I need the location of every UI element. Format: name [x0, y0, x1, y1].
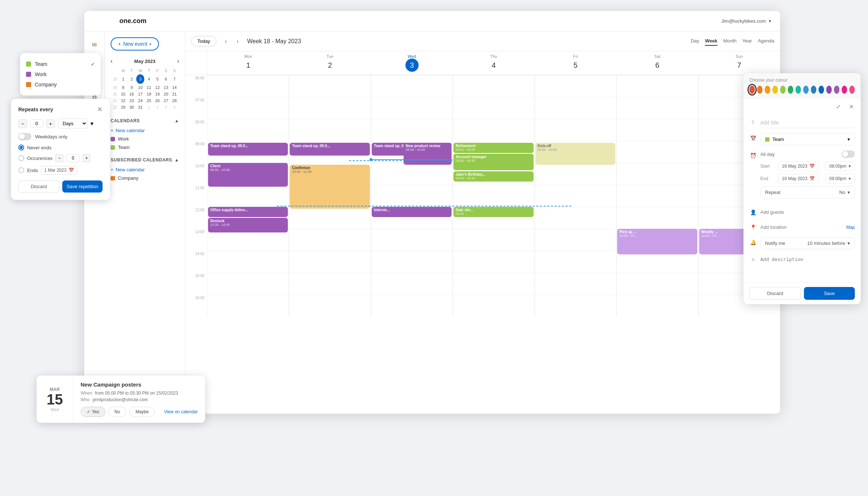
tab-week[interactable]: Week	[705, 37, 717, 46]
cal-day[interactable]: 13	[162, 85, 170, 90]
color-swatch-purple[interactable]	[834, 86, 839, 94]
cal-day[interactable]: 30	[128, 104, 136, 110]
never-ends-radio[interactable]	[18, 145, 24, 150]
tab-agenda[interactable]: Agenda	[758, 37, 774, 46]
event-refinement[interactable]: Refinement 09:00 - 09:30	[453, 143, 533, 153]
occurrences-input[interactable]	[66, 154, 79, 162]
event-new-product-review[interactable]: New product review 09:00 - 10:00	[404, 143, 452, 165]
color-swatch-yellow[interactable]	[772, 86, 778, 94]
mail-icon[interactable]: ✉	[89, 39, 100, 51]
form-discard-button[interactable]: Discard	[749, 287, 801, 300]
cal-day[interactable]: 31	[136, 104, 144, 110]
occurrences-radio[interactable]	[18, 155, 24, 161]
cal-day[interactable]: 8	[119, 85, 127, 90]
title-input[interactable]	[760, 118, 855, 128]
end-time-picker[interactable]: 09:00pm ▾	[825, 174, 855, 183]
cal-day[interactable]: 21	[171, 91, 178, 97]
color-swatch-darkpurple[interactable]	[826, 86, 832, 94]
day-header-sat[interactable]: Sat 6	[616, 51, 698, 75]
cal-day[interactable]: 24	[136, 98, 144, 104]
cal-day[interactable]: 12	[153, 85, 161, 90]
repeat-number-input[interactable]	[30, 119, 43, 128]
close-form-button[interactable]: ✕	[846, 101, 856, 112]
cal-day[interactable]: 4	[171, 104, 178, 110]
cal-day[interactable]: 2	[153, 104, 161, 110]
cal-day[interactable]: 16	[128, 91, 136, 97]
chevron-down-icon[interactable]: ▾	[769, 18, 771, 24]
event-team-standup-mon[interactable]: Team stand up, 09:0...	[208, 143, 288, 156]
event-confrence-tue[interactable]: Confrence 10:30 - 12:30	[290, 165, 370, 209]
cal-day[interactable]: 15	[119, 91, 127, 97]
event-dale-shr-thu[interactable]: Dale shr... 09:00	[453, 207, 533, 217]
cal-day[interactable]: 22	[119, 98, 127, 104]
cal-day[interactable]: 25	[145, 98, 153, 104]
ends-radio[interactable]	[18, 167, 24, 173]
next-month-button[interactable]: ›	[177, 58, 179, 64]
calendar-item-work[interactable]: Work	[111, 135, 179, 143]
new-event-button[interactable]: + New event +	[111, 37, 159, 51]
collapse-subscribed-icon[interactable]: ▲	[175, 157, 179, 163]
prev-month-button[interactable]: ‹	[111, 58, 112, 64]
event-jakes-birthday[interactable]: Jake's Birthday... 09:00 - 09:30	[453, 171, 533, 182]
cal-day[interactable]: 17	[136, 91, 144, 97]
cal-day[interactable]: 1	[119, 74, 127, 84]
cal-day[interactable]: 28	[171, 98, 178, 104]
cal-day[interactable]: 10	[136, 85, 144, 90]
cal-panel-item-team[interactable]: Team ✓	[26, 59, 95, 69]
event-interview-wed[interactable]: Intervie...	[372, 207, 452, 217]
color-swatch-teal[interactable]	[795, 86, 801, 94]
allday-toggle[interactable]	[842, 150, 855, 158]
maybe-button[interactable]: Maybe	[129, 407, 155, 417]
repeat-decrease-button[interactable]: −	[18, 119, 27, 128]
occur-decrease-button[interactable]: −	[55, 154, 63, 162]
cal-day[interactable]: 20	[162, 91, 170, 97]
next-week-button[interactable]: ›	[233, 36, 243, 46]
tab-month[interactable]: Month	[723, 37, 737, 46]
cal-day[interactable]: 23	[128, 98, 136, 104]
new-calendar-button[interactable]: + New calendar	[111, 126, 179, 135]
cal-day[interactable]: 1	[145, 104, 153, 110]
event-team-standup-tue[interactable]: Team stand up, 09:0...	[290, 143, 370, 156]
yes-button[interactable]: ✓ Yes	[81, 407, 105, 417]
cal-day[interactable]: 19	[153, 91, 161, 97]
cal-day[interactable]: 6	[162, 74, 170, 84]
cal-day-today[interactable]: 3	[136, 74, 144, 84]
color-swatch-blue[interactable]	[811, 86, 816, 94]
tab-year[interactable]: Year	[742, 37, 752, 46]
color-swatch-lime[interactable]	[780, 86, 786, 94]
cal-day[interactable]: 18	[145, 91, 153, 97]
start-time-picker[interactable]: 08:00pm ▾	[825, 161, 855, 171]
day-header-fri[interactable]: Fri 5	[535, 51, 616, 75]
event-pick-up-sat[interactable]: Pick up ... 14:00 - 15:...	[617, 229, 697, 254]
color-swatch-darkblue[interactable]	[819, 86, 824, 94]
event-restock-mon[interactable]: Restock 13:30 - 14:00	[208, 218, 288, 232]
color-swatch-red[interactable]	[749, 86, 755, 94]
cal-day[interactable]: 29	[119, 104, 127, 110]
day-header-sun[interactable]: Sun 7	[698, 51, 780, 75]
cal-day[interactable]: 27	[162, 98, 170, 104]
color-swatch-amber[interactable]	[765, 86, 770, 94]
cal-day[interactable]: 9	[128, 85, 136, 90]
occur-increase-button[interactable]: +	[82, 154, 90, 162]
event-client-mon[interactable]: Client 09:00 - 10:00	[208, 163, 288, 187]
no-button[interactable]: No	[108, 407, 126, 417]
repeat-increase-button[interactable]: +	[46, 119, 55, 128]
calendar-item-company[interactable]: Company	[111, 174, 179, 182]
calendar-item-team[interactable]: Team	[111, 143, 179, 152]
today-button[interactable]: Today	[191, 36, 216, 46]
ends-date-picker[interactable]: 1 Mar 2023 📅	[41, 166, 78, 175]
cal-day[interactable]: 14	[171, 85, 178, 90]
repeats-discard-button[interactable]: Discard	[18, 180, 59, 193]
new-subscribed-calendar-button[interactable]: + New calendar	[111, 165, 179, 174]
repeat-unit-select[interactable]: Days Weeks Months	[58, 119, 88, 128]
collapse-icon[interactable]: ▲	[175, 118, 179, 123]
day-header-thu[interactable]: Thu 4	[453, 51, 534, 75]
start-date-picker[interactable]: 16 May 2023 📅	[778, 161, 819, 171]
color-swatch-orange[interactable]	[757, 86, 763, 94]
view-on-calendar-link[interactable]: View on calendar	[164, 409, 198, 414]
description-textarea[interactable]	[760, 254, 855, 270]
cal-day[interactable]: 2	[128, 74, 136, 84]
cal-day[interactable]: 3	[162, 104, 170, 110]
weekdays-only-toggle[interactable]	[18, 133, 31, 140]
cal-day[interactable]: 7	[171, 74, 178, 84]
